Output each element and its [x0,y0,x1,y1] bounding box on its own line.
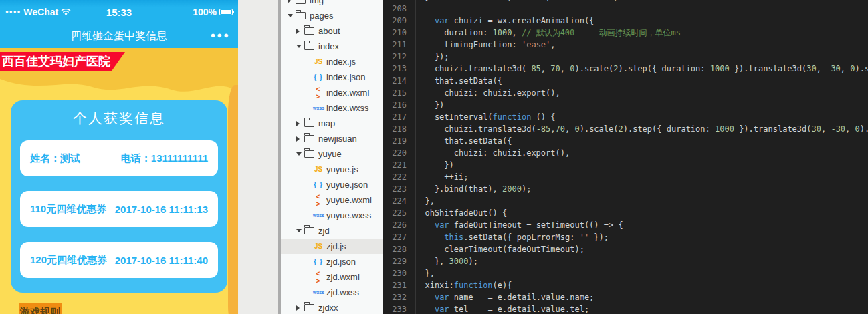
tree-item-label: index.wxss [326,103,369,113]
tree-item-yuyue-js[interactable]: JSyuyue.js [281,162,383,177]
wxml-file-icon: < > [313,86,324,100]
tree-item-zjd-wxss[interactable]: wxsszjd.wxss [281,285,383,300]
line-content: setInterval(function () { [407,112,556,122]
code-line-227[interactable]: 227 this.setData({ popErrorMsg: '' }); [383,231,868,243]
code-line-233[interactable]: 233 var tel = e.detail.value.tel; [383,303,868,314]
code-line-209[interactable]: 209 var chuizi = wx.createAnimation({ [383,15,868,27]
tree-item-label: yuyue [318,149,342,159]
folder-icon [304,135,314,142]
tree-item-label: yuyue.wxml [326,195,372,205]
tree-item-yuyue-json[interactable]: { }yuyue.json [281,177,383,192]
code-line-225[interactable]: 225 ohShitfadeOut() { [383,207,868,219]
code-line-219[interactable]: 219 that.setData({ [383,135,868,147]
chevron-right-icon[interactable] [296,121,304,126]
line-content: clearTimeout(fadeOutTimeout); [407,245,584,254]
code-line-221[interactable]: 221 }) [383,159,868,171]
tree-item-label: yuyue.wxss [326,210,371,220]
line-number: 229 [383,255,407,267]
code-line-217[interactable]: 217 setInterval(function () { [383,111,868,123]
tree-item-yuyue-wxml[interactable]: < >yuyue.wxml [281,192,383,208]
file-tree-list: imgpagesaboutindexJSindex.js{ }index.jso… [281,0,383,314]
code-line-228[interactable]: 228 clearTimeout(fadeOutTimeout); [383,243,868,255]
tree-item-yuyue-wxss[interactable]: wxssyuyue.wxss [281,208,383,223]
line-content: chuizi: chuizi.export(), [407,148,570,158]
tree-item-zjd-wxml[interactable]: < >zjd.wxml [281,269,383,285]
menu-dots-icon[interactable]: ●●● [210,30,230,40]
chevron-right-icon[interactable] [288,0,296,3]
tree-item-zjd-json[interactable]: { }zjd.json [281,254,383,269]
code-line-218[interactable]: 218 chuizi.translate3d(-85,70, 0).scale(… [383,123,868,135]
code-line-232[interactable]: 232 var name = e.detail.value.name; [383,291,868,303]
tree-item-pages[interactable]: pages [281,8,383,23]
code-line-216[interactable]: 216 }) [383,99,868,111]
battery-icon [219,9,233,15]
code-line-226[interactable]: 226 var fadeOutTimeout = setTimeout(() =… [383,219,868,231]
line-content: chuizi.translate3d(-85,70, 0).scale(2).s… [407,124,868,134]
tree-item-index[interactable]: index [281,39,383,54]
tree-item-label: zjd.js [326,241,346,251]
chevron-down-icon[interactable] [288,14,296,17]
line-content: }, [407,269,435,278]
code-line-212[interactable]: 212 }); [383,51,868,63]
tree-item-zjdxx[interactable]: zjdxx [281,300,383,314]
chevron-down-icon[interactable] [296,229,304,232]
code-editor[interactable]: 207 } ( , )); ));208209 var chuizi = wx.… [383,0,868,314]
chevron-right-icon[interactable] [296,136,304,142]
tree-item-label: yuyue.js [326,164,358,174]
code-line-208[interactable]: 208 [383,3,868,15]
tree-item-label: index.json [326,72,366,82]
tree-item-index-wxss[interactable]: wxssindex.wxss [281,100,383,116]
chevron-down-icon[interactable] [296,45,304,48]
prize-card-label: 110元四维优惠券 [30,203,106,216]
tree-item-newjisuan[interactable]: newjisuan [281,131,383,146]
line-content: timingFunction: 'ease', [407,40,556,49]
folder-open-icon [304,43,314,50]
tree-item-label: zjdxx [318,303,338,313]
code-line-229[interactable]: 229 }, 3000); [383,255,868,267]
code-line-223[interactable]: 223 }.bind(that), 2000); [383,183,868,195]
line-content [407,4,415,13]
line-content: var chuizi = wx.createAnimation({ [407,16,594,25]
chevron-right-icon[interactable] [296,305,304,311]
tree-item-index-json[interactable]: { }index.json [281,69,383,85]
chevron-down-icon[interactable] [296,152,304,156]
line-number: 217 [383,111,407,123]
line-content: ++ii; [407,172,468,182]
line-number: 215 [383,87,407,99]
code-line-222[interactable]: 222 ++ii; [383,171,868,183]
simulator-margin [238,0,278,314]
tree-item-zjd-js[interactable]: JSzjd.js [281,239,383,254]
code-line-231[interactable]: 231 xinxi:function(e){ [383,279,868,291]
game-rules-button[interactable]: 游戏规则 [19,303,62,314]
tree-item-about[interactable]: about [281,23,383,39]
tree-item-img[interactable]: img [281,0,383,8]
line-number: 232 [383,291,407,303]
tree-item-index-js[interactable]: JSindex.js [281,54,383,69]
code-line-224[interactable]: 224 }, [383,195,868,207]
tree-item-map[interactable]: map [281,116,383,131]
line-content: chuizi.translate3d(-85, 70, 0).scale(2).… [407,64,868,73]
chevron-right-icon[interactable] [296,29,304,34]
line-content: } ( , )); )); [407,0,618,1]
code-line-220[interactable]: 220 chuizi: chuizi.export(), [383,147,868,159]
tree-item-index-wxml[interactable]: < >index.wxml [281,85,383,100]
folder-open-icon [304,227,314,234]
prize-card: 110元四维优惠券2017-10-16 11:11:13 [20,191,218,227]
page-title: 四维砸金蛋中奖信息 [71,29,167,43]
code-line-211[interactable]: 211 timingFunction: 'ease', [383,39,868,51]
tree-item-zjd[interactable]: zjd [281,223,383,239]
json-file-icon: { } [313,258,324,265]
code-line-215[interactable]: 215 chuizi: chuizi.export(), [383,87,868,99]
code-line-230[interactable]: 230 }, [383,267,868,279]
code-line-210[interactable]: 210 duration: 1000, // 默认为400 动画持续时间，单位m… [383,27,868,39]
wxml-file-icon: < > [313,270,324,285]
tree-item-label: index [318,41,339,51]
line-content: var fadeOutTimeout = setTimeout(() => { [407,220,623,230]
tree-item-yuyue[interactable]: yuyue [281,146,383,162]
line-content: this.setData({ popErrorMsg: '' }); [407,232,609,242]
line-number: 228 [383,243,407,255]
tree-item-label: zjd.wxss [326,287,359,297]
code-line-214[interactable]: 214 that.setData({ [383,75,868,87]
code-line-213[interactable]: 213 chuizi.translate3d(-85, 70, 0).scale… [383,63,868,75]
tree-item-label: zjd.json [326,257,356,267]
